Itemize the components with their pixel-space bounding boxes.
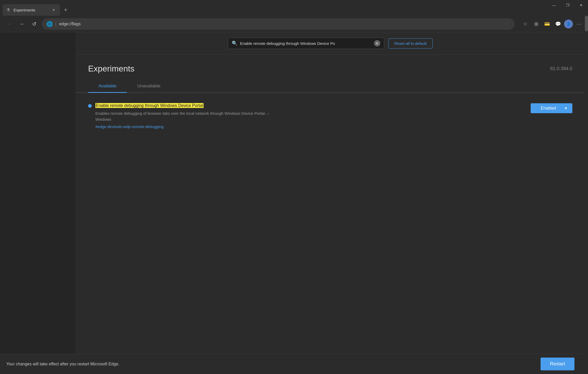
address-bar: ← → ↺ 🌐 | edge://flags ☆ ⊞ 💳 💬 👤 ⋯	[0, 16, 588, 32]
restart-button[interactable]: Restart	[541, 358, 574, 370]
reset-all-button[interactable]: Reset all to default	[388, 38, 433, 49]
flag-item: Enable remote debugging through Windows …	[88, 100, 572, 131]
tab-icon: ⚗	[6, 8, 11, 12]
new-tab-button[interactable]: +	[61, 5, 70, 15]
toolbar-icons: ☆ ⊞ 💳 💬 👤 ⋯	[520, 19, 584, 29]
close-button[interactable]: ✕	[574, 0, 588, 10]
flag-dropdown-text: Enabled	[535, 106, 561, 111]
tabs-row: Available Unavailable	[76, 80, 585, 93]
page-title: Experiments	[88, 64, 134, 74]
flag-title: Enable remote debugging through Windows …	[95, 103, 204, 108]
favorites-icon[interactable]: ☆	[520, 19, 530, 29]
tab-area: ⚗ Experiments ✕ +	[0, 0, 70, 16]
collections-icon[interactable]: ⊞	[531, 19, 541, 29]
tab-available[interactable]: Available	[88, 80, 127, 92]
scrollbar-track	[585, 16, 588, 374]
flag-link[interactable]: #edge-devtools-wdp-remote-debugging	[95, 124, 527, 129]
search-input-text: Enable remote debugging through Windows …	[240, 41, 371, 46]
address-input-area[interactable]: 🌐 | edge://flags	[42, 18, 514, 30]
active-tab[interactable]: ⚗ Experiments ✕	[3, 4, 60, 16]
bottom-bar: Your changes will take effect after you …	[0, 354, 585, 374]
left-sidebar	[0, 32, 76, 374]
search-icon: 🔍	[232, 40, 237, 46]
address-separator: |	[55, 21, 57, 27]
url-display: edge://flags	[59, 22, 510, 26]
more-menu-button[interactable]: ⋯	[574, 19, 584, 29]
experiments-header: Experiments 81.0.394.0	[76, 55, 585, 74]
flag-description: Enables remote debugging of browser tabs…	[95, 111, 278, 122]
flags-list: Enable remote debugging through Windows …	[76, 93, 585, 374]
main-content: 🔍 Enable remote debugging through Window…	[0, 32, 585, 374]
window-controls: — ❐ ✕	[547, 0, 588, 10]
version-text: 81.0.394.0	[550, 66, 572, 71]
scrollbar-thumb[interactable]	[585, 16, 588, 31]
title-bar: ⚗ Experiments ✕ + — ❐ ✕	[0, 0, 588, 16]
search-clear-button[interactable]: ✕	[374, 40, 380, 46]
tab-close-button[interactable]: ✕	[51, 7, 56, 13]
tab-title-text: Experiments	[14, 8, 48, 12]
dropdown-arrow-icon: ▼	[564, 106, 568, 110]
search-bar-container: 🔍 Enable remote debugging through Window…	[76, 32, 585, 55]
edge-logo-icon: 🌐	[46, 21, 53, 27]
flag-content: Enable remote debugging through Windows …	[95, 103, 527, 129]
refresh-button[interactable]: ↺	[29, 19, 39, 29]
flag-dropdown-button[interactable]: Enabled ▼	[531, 103, 572, 113]
restore-button[interactable]: ❐	[561, 0, 574, 10]
search-box[interactable]: 🔍 Enable remote debugging through Window…	[228, 38, 384, 49]
flag-dot-indicator	[88, 104, 92, 108]
restart-message: Your changes will take effect after you …	[6, 362, 119, 366]
wallet-icon[interactable]: 💳	[542, 19, 552, 29]
forward-button[interactable]: →	[17, 19, 27, 29]
profile-avatar[interactable]: 👤	[564, 20, 573, 28]
tab-unavailable[interactable]: Unavailable	[127, 80, 171, 92]
back-button[interactable]: ←	[4, 19, 14, 29]
feedback-icon[interactable]: 💬	[553, 19, 563, 29]
minimize-button[interactable]: —	[547, 0, 561, 10]
content-area: 🔍 Enable remote debugging through Window…	[76, 32, 585, 374]
